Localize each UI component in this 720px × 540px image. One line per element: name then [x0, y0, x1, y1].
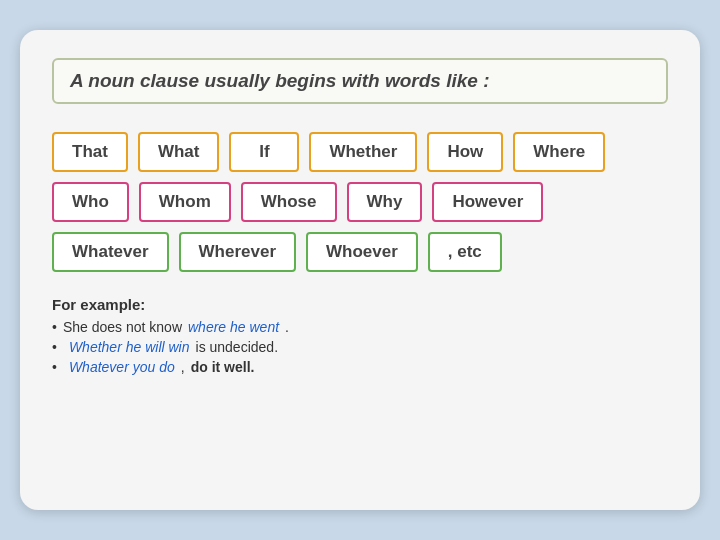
example-highlight: where he went	[188, 319, 279, 335]
example-pre: She does not know	[63, 319, 182, 335]
word-box-whatever: Whatever	[52, 232, 169, 272]
main-card: A noun clause usually begins with words …	[20, 30, 700, 510]
words-row-2: WhateverWhereverWhoever, etc	[52, 232, 668, 272]
word-box-who: Who	[52, 182, 129, 222]
word-box-what: What	[138, 132, 220, 172]
example-highlight: Whatever you do	[69, 359, 175, 375]
word-box-whether: Whether	[309, 132, 417, 172]
example-item-0: She does not know where he went.	[52, 319, 668, 335]
example-highlight: Whether he will win	[69, 339, 190, 355]
example-item-1: Whether he will win is undecided.	[52, 339, 668, 355]
word-box-that: That	[52, 132, 128, 172]
example-bold-post: do it well.	[191, 359, 255, 375]
example-item-2: Whatever you do, do it well.	[52, 359, 668, 375]
word-box-if: If	[229, 132, 299, 172]
example-list: She does not know where he went.Whether …	[52, 319, 668, 375]
word-box-how: How	[427, 132, 503, 172]
word-box-etc: , etc	[428, 232, 502, 272]
words-row-1: WhoWhomWhoseWhyHowever	[52, 182, 668, 222]
examples-section: For example: She does not know where he …	[52, 296, 668, 375]
example-post: ,	[181, 359, 185, 375]
words-section: ThatWhatIfWhetherHowWhereWhoWhomWhoseWhy…	[52, 132, 668, 272]
word-box-where: Where	[513, 132, 605, 172]
title-text: A noun clause usually begins with words …	[70, 70, 489, 91]
word-box-however: However	[432, 182, 543, 222]
word-box-why: Why	[347, 182, 423, 222]
example-post: .	[285, 319, 289, 335]
word-box-whose: Whose	[241, 182, 337, 222]
words-row-0: ThatWhatIfWhetherHowWhere	[52, 132, 668, 172]
word-box-whom: Whom	[139, 182, 231, 222]
examples-title: For example:	[52, 296, 668, 313]
title-box: A noun clause usually begins with words …	[52, 58, 668, 104]
example-post: is undecided.	[196, 339, 279, 355]
word-box-whoever: Whoever	[306, 232, 418, 272]
word-box-wherever: Wherever	[179, 232, 296, 272]
